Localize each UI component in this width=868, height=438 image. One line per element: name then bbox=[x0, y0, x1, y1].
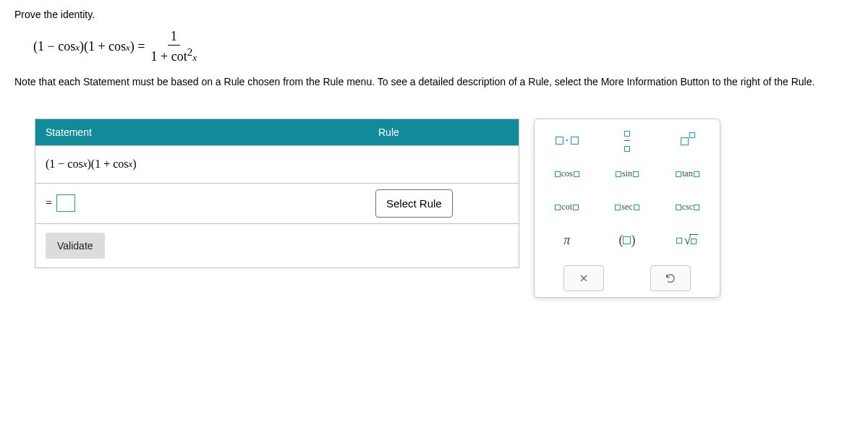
statement-1: (1 − cosx)(1 + cosx) bbox=[35, 149, 368, 179]
validate-button[interactable]: Validate bbox=[46, 233, 105, 259]
close-icon bbox=[578, 272, 590, 284]
header-statement: Statement bbox=[35, 119, 368, 145]
palette-fraction[interactable] bbox=[600, 126, 653, 155]
palette-parentheses[interactable]: () bbox=[600, 226, 653, 255]
equation-rhs-fraction: 1 1 + cot2x bbox=[148, 29, 200, 65]
answer-input-box[interactable] bbox=[56, 194, 75, 212]
palette-cot[interactable]: cot bbox=[540, 193, 593, 222]
palette-pi[interactable]: π bbox=[540, 226, 593, 255]
statement-2: = bbox=[35, 186, 368, 220]
instruction-note: Note that each Statement must be based o… bbox=[14, 75, 854, 90]
palette-csc[interactable]: csc bbox=[661, 193, 714, 222]
undo-icon bbox=[665, 272, 676, 284]
symbol-palette: · cos sin tan cot sec bbox=[534, 119, 720, 298]
validate-row: Validate bbox=[35, 223, 519, 267]
undo-button[interactable] bbox=[650, 265, 691, 291]
identity-equation: (1 − cosx)(1 + cosx) = 1 1 + cot2x bbox=[33, 29, 854, 65]
palette-sec[interactable]: sec bbox=[600, 193, 653, 222]
table-row: (1 − cosx)(1 + cosx) bbox=[35, 145, 519, 183]
palette-sin[interactable]: sin bbox=[600, 160, 653, 189]
palette-cos[interactable]: cos bbox=[540, 160, 593, 189]
clear-button[interactable] bbox=[563, 265, 604, 291]
proof-table: Statement Rule (1 − cosx)(1 + cosx) = Se… bbox=[35, 119, 519, 268]
palette-exponent[interactable] bbox=[661, 126, 714, 155]
equals-sign: = bbox=[46, 197, 52, 210]
palette-multiply[interactable]: · bbox=[540, 126, 593, 155]
equation-lhs: (1 − cosx)(1 + cosx) = bbox=[33, 39, 145, 54]
prompt-text: Prove the identity. bbox=[14, 9, 854, 20]
header-rule: Rule bbox=[368, 119, 519, 145]
proof-header: Statement Rule bbox=[35, 119, 519, 145]
palette-tan[interactable]: tan bbox=[661, 160, 714, 189]
fraction-numerator: 1 bbox=[168, 29, 180, 46]
palette-sqrt[interactable]: √ bbox=[661, 226, 714, 255]
table-row: = Select Rule bbox=[35, 183, 519, 223]
select-rule-button[interactable]: Select Rule bbox=[375, 189, 453, 218]
fraction-denominator: 1 + cot2x bbox=[148, 46, 200, 65]
